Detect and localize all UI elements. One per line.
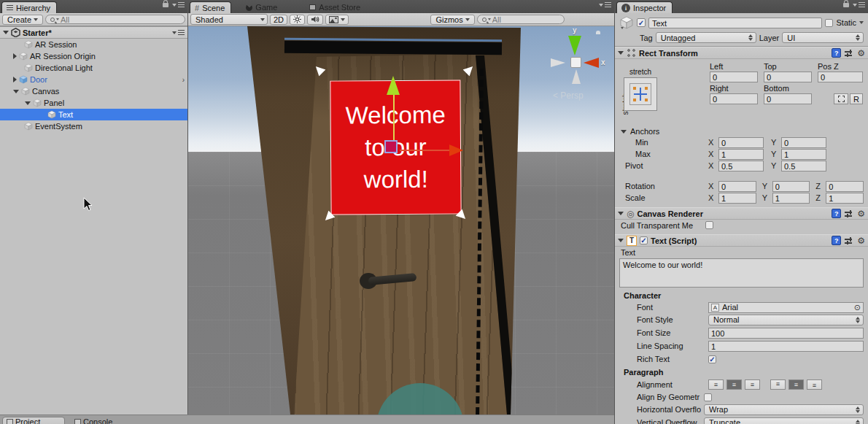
- gameobject-name-field[interactable]: Text: [648, 18, 822, 28]
- rotation-y-field[interactable]: 0: [772, 181, 810, 192]
- tag-dropdown[interactable]: Untagged: [656, 32, 756, 43]
- hierarchy-item-text[interactable]: Text: [0, 109, 187, 120]
- nav-gizmo-y-cone[interactable]: [568, 36, 581, 55]
- gizmo-x-axis-arrow[interactable]: [449, 144, 463, 156]
- preset-icon[interactable]: [845, 210, 853, 217]
- foldout-icon[interactable]: [13, 53, 17, 59]
- scene-foldout-icon[interactable]: [3, 31, 9, 34]
- gizmo-center-handle[interactable]: [384, 140, 398, 153]
- scale-y-field[interactable]: 1: [772, 193, 810, 204]
- anchor-preset-widget[interactable]: [624, 77, 657, 111]
- hierarchy-item-ar-session-origin[interactable]: AR Session Origin: [0, 50, 187, 62]
- font-style-dropdown[interactable]: Normal: [708, 315, 864, 325]
- audio-toggle-button[interactable]: [307, 15, 323, 25]
- draw-mode-dropdown[interactable]: Shaded: [190, 14, 268, 25]
- nav-gizmo-bottom-cone[interactable]: [572, 69, 581, 84]
- top-field[interactable]: 0: [764, 72, 812, 82]
- hierarchy-search-input[interactable]: All: [45, 15, 185, 24]
- hierarchy-item-canvas[interactable]: Canvas: [0, 85, 187, 97]
- vertical-overflow-dropdown[interactable]: Truncate: [704, 417, 864, 424]
- foldout-icon[interactable]: [618, 239, 624, 242]
- preset-icon[interactable]: [845, 237, 853, 244]
- gizmos-dropdown[interactable]: Gizmos: [430, 15, 474, 25]
- tab-inspector[interactable]: i Inspector: [616, 1, 673, 13]
- preset-icon[interactable]: [845, 50, 853, 57]
- raw-edit-button[interactable]: R: [850, 93, 863, 104]
- anchor-max-y-field[interactable]: 1: [781, 149, 826, 160]
- layer-dropdown[interactable]: UI: [782, 32, 864, 43]
- align-bottom-button[interactable]: ≡: [807, 379, 822, 390]
- scene-menu-icon[interactable]: [172, 30, 185, 35]
- horizontal-overflow-dropdown[interactable]: Wrap: [704, 404, 864, 415]
- object-picker-icon[interactable]: ⊙: [854, 303, 861, 312]
- gizmo-y-axis-arrow[interactable]: [387, 76, 400, 95]
- hierarchy-item-eventsystem[interactable]: EventSystem: [0, 120, 187, 132]
- tab-hierarchy[interactable]: Hierarchy: [1, 1, 57, 13]
- scale-z-field[interactable]: 1: [826, 193, 864, 204]
- anchor-min-x-field[interactable]: 0: [718, 137, 764, 148]
- tab-asset-store[interactable]: Asset Store: [305, 1, 366, 13]
- align-by-geometry-checkbox[interactable]: [704, 393, 712, 401]
- text-value-textarea[interactable]: Welcome to our world!: [619, 258, 864, 288]
- align-middle-button[interactable]: ≡: [788, 379, 804, 390]
- gameobject-icon[interactable]: [619, 15, 634, 30]
- lock-icon[interactable]: [163, 3, 168, 7]
- pivot-x-field[interactable]: 0.5: [718, 161, 764, 171]
- align-right-button[interactable]: ≡: [745, 379, 760, 390]
- help-icon[interactable]: ?: [832, 209, 841, 218]
- tab-project[interactable]: Project: [2, 417, 65, 424]
- static-checkbox[interactable]: [825, 19, 833, 27]
- foldout-icon[interactable]: [618, 212, 624, 215]
- gear-icon[interactable]: ⚙: [857, 49, 865, 58]
- align-top-button[interactable]: ≡: [770, 379, 786, 390]
- panel-menu-icon[interactable]: [599, 2, 611, 7]
- hierarchy-item-ar-session[interactable]: AR Session: [0, 39, 187, 50]
- perspective-toggle[interactable]: < Persp: [553, 90, 584, 101]
- bottom-field[interactable]: 0: [764, 93, 812, 104]
- cull-transparent-checkbox[interactable]: [705, 221, 713, 229]
- nav-gizmo-cube[interactable]: [570, 57, 581, 68]
- panel-menu-icon[interactable]: [172, 2, 185, 7]
- align-center-button[interactable]: ≡: [726, 379, 742, 390]
- font-object-field[interactable]: A Arial ⊙: [708, 302, 864, 313]
- rect-transform-header[interactable]: Rect Transform ? ⚙: [615, 47, 868, 59]
- tab-console[interactable]: Console: [74, 417, 112, 424]
- line-spacing-field[interactable]: 1: [708, 341, 864, 352]
- nav-gizmo-x-cone[interactable]: [584, 58, 599, 68]
- hierarchy-item-directional-light[interactable]: Directional Light: [0, 62, 187, 74]
- tab-game[interactable]: Game: [241, 1, 283, 13]
- hierarchy-item-door[interactable]: Door ›: [0, 74, 187, 85]
- posz-field[interactable]: 0: [818, 72, 863, 82]
- foldout-icon[interactable]: [618, 51, 624, 55]
- hierarchy-item-panel[interactable]: Panel: [0, 97, 187, 109]
- left-field[interactable]: 0: [710, 72, 758, 82]
- scene-search-input[interactable]: All: [477, 15, 565, 24]
- tab-scene[interactable]: # Scene: [190, 1, 231, 13]
- right-field[interactable]: 0: [710, 93, 758, 104]
- canvas-renderer-header[interactable]: ◎ Canvas Renderer ? ⚙: [615, 207, 868, 220]
- gear-icon[interactable]: ⚙: [857, 209, 865, 218]
- blueprint-mode-button[interactable]: [834, 93, 848, 104]
- anchors-foldout-row[interactable]: Anchors: [615, 126, 868, 136]
- lock-icon[interactable]: [843, 3, 849, 7]
- effects-dropdown-button[interactable]: [325, 15, 349, 25]
- rotation-z-field[interactable]: 0: [826, 181, 864, 192]
- component-enabled-checkbox[interactable]: ✓: [640, 236, 648, 244]
- anchor-min-y-field[interactable]: 0: [781, 137, 826, 148]
- font-size-field[interactable]: 100: [708, 328, 864, 339]
- help-icon[interactable]: ?: [832, 236, 841, 245]
- gear-icon[interactable]: ⚙: [857, 236, 865, 245]
- nav-gizmo-left-cone[interactable]: [551, 58, 565, 67]
- lighting-toggle-button[interactable]: [290, 15, 305, 25]
- foldout-icon[interactable]: [25, 101, 31, 105]
- create-button[interactable]: Create: [2, 15, 43, 25]
- anchor-max-x-field[interactable]: 1: [718, 149, 764, 160]
- pivot-y-field[interactable]: 0.5: [781, 161, 826, 171]
- foldout-icon[interactable]: [13, 90, 19, 93]
- prefab-chevron-icon[interactable]: ›: [182, 76, 185, 84]
- align-left-button[interactable]: ≡: [708, 379, 724, 390]
- text-script-header[interactable]: T ✓ Text (Script) ? ⚙: [615, 234, 868, 247]
- 2d-toggle-button[interactable]: 2D: [270, 15, 287, 25]
- rich-text-checkbox[interactable]: ✓: [708, 355, 716, 363]
- foldout-icon[interactable]: [621, 130, 627, 134]
